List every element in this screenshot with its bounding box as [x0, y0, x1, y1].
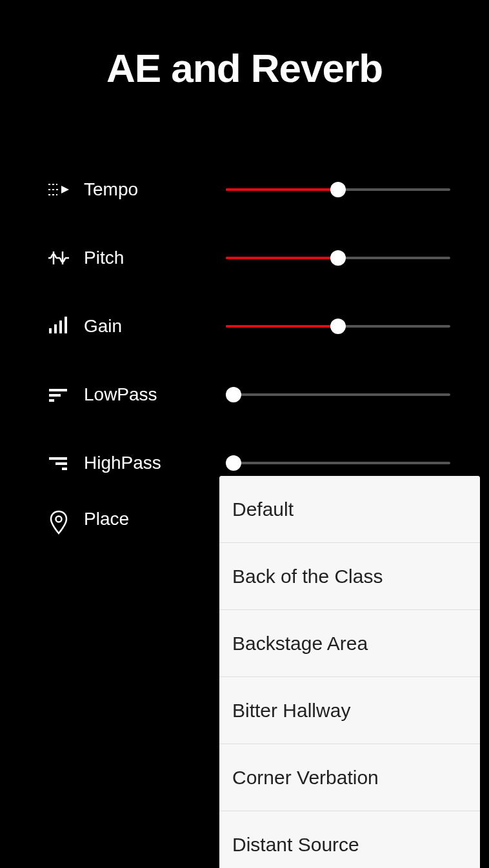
svg-rect-10: [54, 324, 57, 333]
row-gain: Gain: [45, 292, 450, 360]
place-option-backstage-area[interactable]: Backstage Area: [219, 610, 480, 677]
lowpass-icon: [45, 381, 72, 408]
place-option-corner-verbation[interactable]: Corner Verbation: [219, 744, 480, 811]
highpass-slider[interactable]: [226, 455, 450, 471]
row-lowpass: LowPass: [45, 360, 450, 429]
svg-rect-17: [55, 462, 67, 465]
row-tempo: Tempo: [45, 155, 450, 224]
pitch-icon: [45, 244, 72, 271]
place-option-bitter-hallway[interactable]: Bitter Hallway: [219, 677, 480, 744]
svg-marker-3: [61, 186, 69, 193]
gain-slider[interactable]: [226, 319, 450, 334]
place-option-default[interactable]: Default: [219, 476, 480, 543]
svg-rect-12: [65, 317, 67, 333]
pitch-label: Pitch: [84, 248, 219, 268]
tempo-slider[interactable]: [226, 182, 450, 197]
tempo-label: Tempo: [84, 179, 219, 200]
place-option-back-of-class[interactable]: Back of the Class: [219, 543, 480, 610]
highpass-label: HighPass: [84, 453, 219, 473]
place-option-distant-source[interactable]: Distant Source: [219, 811, 480, 868]
place-dropdown[interactable]: Default Back of the Class Backstage Area…: [219, 476, 480, 868]
svg-rect-18: [62, 468, 67, 470]
lowpass-slider[interactable]: [226, 387, 450, 402]
svg-rect-14: [49, 394, 61, 397]
tempo-icon: [45, 176, 72, 203]
svg-point-19: [56, 517, 62, 522]
svg-rect-16: [49, 457, 67, 460]
svg-rect-15: [49, 399, 54, 402]
place-icon: [45, 509, 72, 536]
lowpass-label: LowPass: [84, 384, 219, 405]
row-pitch: Pitch: [45, 224, 450, 292]
svg-rect-11: [59, 321, 62, 333]
pitch-slider[interactable]: [226, 250, 450, 266]
place-label: Place: [84, 509, 219, 529]
svg-rect-13: [49, 389, 67, 391]
page-title: AE and Reverb: [0, 45, 489, 91]
gain-icon: [45, 313, 72, 340]
svg-rect-9: [49, 328, 52, 333]
highpass-icon: [45, 449, 72, 477]
gain-label: Gain: [84, 316, 219, 337]
